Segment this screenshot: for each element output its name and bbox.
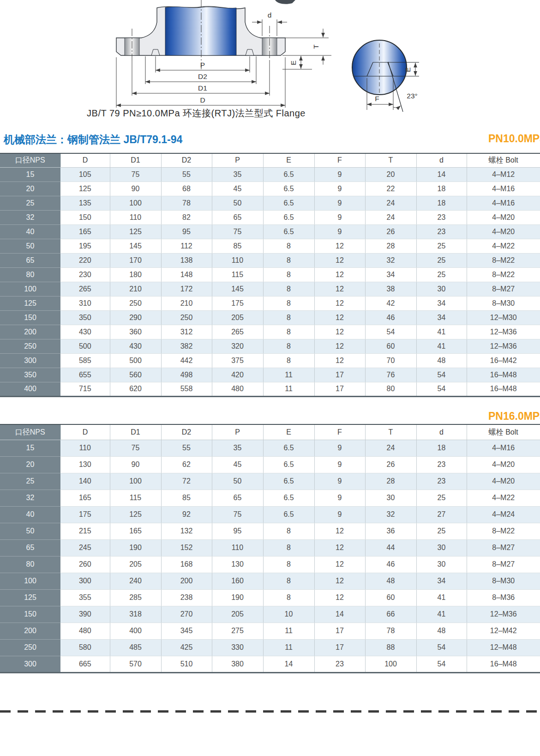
- table-row: 150350290250205812463412–M30: [0, 310, 540, 325]
- catalog-page: d T E P D2 D1 D E F: [0, 0, 540, 756]
- nps-cell: 25: [0, 473, 60, 490]
- nps-cell: 100: [0, 573, 60, 589]
- table-row: 3216511585656.5930254–M22: [0, 490, 540, 506]
- data-cell: 9: [314, 196, 365, 210]
- table-row: 3506555604984201117765416–M48: [0, 368, 540, 382]
- column-header-cell: D1: [110, 153, 161, 167]
- data-cell: 238: [161, 589, 212, 606]
- data-cell: 4–M22: [467, 239, 540, 253]
- data-cell: 11: [263, 623, 314, 639]
- data-cell: 150: [60, 210, 110, 224]
- table-row: 501951451128581228254–M22: [0, 239, 540, 253]
- data-cell: 8–M27: [467, 539, 540, 556]
- data-cell: 76: [365, 368, 416, 382]
- data-cell: 24: [365, 210, 416, 224]
- data-cell: 382: [161, 339, 212, 353]
- data-cell: 12–M48: [467, 639, 540, 656]
- data-cell: 16–M48: [467, 368, 540, 382]
- data-cell: 115: [212, 267, 263, 282]
- data-cell: 35: [212, 440, 263, 456]
- data-cell: 8–M30: [467, 296, 540, 310]
- table-row: 4017512592756.5932274–M24: [0, 506, 540, 523]
- data-cell: 24: [365, 440, 416, 456]
- data-cell: 18: [416, 196, 467, 210]
- data-cell: 4–M16: [467, 181, 540, 196]
- nps-cell: 250: [0, 639, 60, 656]
- data-cell: 665: [60, 656, 110, 672]
- data-cell: 195: [60, 239, 110, 253]
- data-cell: 16–M42: [467, 353, 540, 368]
- data-cell: 75: [212, 224, 263, 239]
- data-cell: 48: [416, 623, 467, 639]
- data-cell: 8: [263, 296, 314, 310]
- data-cell: 6.5: [263, 167, 314, 181]
- data-cell: 168: [161, 556, 212, 573]
- data-cell: 8–M27: [467, 556, 540, 573]
- data-cell: 42: [365, 296, 416, 310]
- data-cell: 10: [263, 606, 314, 623]
- dim-label-d2: D2: [198, 73, 207, 80]
- data-cell: 34: [416, 296, 467, 310]
- nps-cell: 15: [0, 440, 60, 456]
- data-cell: 9: [314, 490, 365, 506]
- data-cell: 8–M22: [467, 253, 540, 267]
- data-cell: 355: [60, 589, 110, 606]
- data-cell: 65: [212, 490, 263, 506]
- data-cell: 12–M36: [467, 606, 540, 623]
- table-row: 300585500442375812704816–M42: [0, 353, 540, 368]
- data-cell: 140: [60, 473, 110, 490]
- data-cell: 75: [110, 440, 161, 456]
- table-row: 10026521017214581238308–M27: [0, 282, 540, 296]
- data-cell: 9: [314, 473, 365, 490]
- nps-cell: 50: [0, 239, 60, 253]
- data-cell: 8: [263, 573, 314, 589]
- data-cell: 425: [161, 639, 212, 656]
- data-cell: 60: [365, 339, 416, 353]
- data-cell: 23: [416, 224, 467, 239]
- data-cell: 570: [110, 656, 161, 672]
- data-cell: 41: [416, 339, 467, 353]
- data-cell: 312: [161, 325, 212, 339]
- data-cell: 9: [314, 167, 365, 181]
- data-cell: 66: [365, 606, 416, 623]
- data-cell: 620: [110, 382, 161, 396]
- data-cell: 12: [314, 296, 365, 310]
- data-cell: 4–M16: [467, 440, 540, 456]
- detail-label-e: E: [404, 67, 412, 72]
- data-cell: 88: [365, 639, 416, 656]
- data-cell: 500: [110, 353, 161, 368]
- data-cell: 580: [60, 639, 110, 656]
- data-cell: 12: [314, 239, 365, 253]
- detail-label-angle: 23°: [407, 92, 417, 100]
- data-cell: 6.5: [263, 456, 314, 473]
- data-cell: 12: [314, 589, 365, 606]
- data-cell: 9: [314, 456, 365, 473]
- nps-cell: 200: [0, 325, 60, 339]
- column-header-cell: E: [263, 153, 314, 167]
- data-cell: 23: [416, 473, 467, 490]
- column-header-cell: D2: [161, 424, 212, 440]
- table-row: 201259068456.5922184–M16: [0, 181, 540, 196]
- flange-technical-drawing: d T E P D2 D1 D E F: [0, 0, 540, 124]
- data-cell: 6.5: [263, 181, 314, 196]
- nps-cell: 80: [0, 556, 60, 573]
- table-row: 6524519015211081244308–M27: [0, 539, 540, 556]
- data-cell: 80: [365, 382, 416, 396]
- nps-header-cell: 口径NPS: [0, 153, 60, 167]
- drawing-caption: JB/T 79 PN≥10.0MPa 环连接(RTJ)法兰型式 Flange: [53, 107, 339, 120]
- data-cell: 210: [110, 282, 161, 296]
- data-cell: 48: [365, 573, 416, 589]
- data-cell: 4–M24: [467, 506, 540, 523]
- data-cell: 95: [161, 224, 212, 239]
- data-cell: 110: [110, 210, 161, 224]
- data-cell: 345: [161, 623, 212, 639]
- table-row: 2004804003452751117784812–M42: [0, 623, 540, 639]
- data-cell: 205: [212, 606, 263, 623]
- data-cell: 320: [212, 339, 263, 353]
- data-cell: 9: [314, 440, 365, 456]
- data-cell: 442: [161, 353, 212, 368]
- data-cell: 18: [416, 181, 467, 196]
- data-cell: 30: [416, 282, 467, 296]
- data-cell: 28: [365, 239, 416, 253]
- data-cell: 4–M16: [467, 196, 540, 210]
